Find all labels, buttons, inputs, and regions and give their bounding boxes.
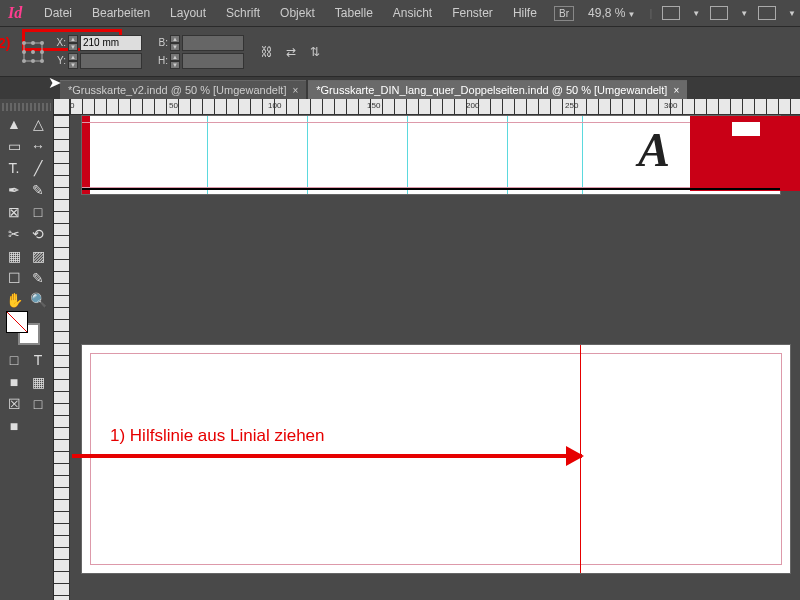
letter-a-graphic: A <box>638 122 670 177</box>
tab-label: *Grusskarte_DIN_lang_quer_Doppelseiten.i… <box>316 84 667 96</box>
apply-gradient-icon[interactable]: ▦ <box>26 371 50 393</box>
selection-tool[interactable]: ▲ <box>2 113 26 135</box>
close-icon[interactable]: × <box>292 85 298 96</box>
y-position-input[interactable] <box>80 53 142 69</box>
cursor-icon: ➤ <box>48 73 61 92</box>
svg-point-6 <box>40 50 44 54</box>
menu-view[interactable]: Ansicht <box>383 6 442 20</box>
guide-vertical[interactable] <box>307 116 308 194</box>
note-tool[interactable]: ☐ <box>2 267 26 289</box>
chevron-down-icon: ▼ <box>627 10 635 19</box>
x-label: X: <box>52 37 66 48</box>
h-label: H: <box>154 55 168 66</box>
eyedropper-tool[interactable]: ✎ <box>26 267 50 289</box>
margin-guide <box>82 122 780 123</box>
ruler-vertical[interactable] <box>54 115 70 600</box>
rectangle-tool[interactable]: □ <box>26 201 50 223</box>
red-strip <box>82 116 90 194</box>
menu-edit[interactable]: Bearbeiten <box>82 6 160 20</box>
pencil-tool[interactable]: ✎ <box>26 179 50 201</box>
height-input[interactable] <box>182 53 244 69</box>
menu-window[interactable]: Fenster <box>442 6 503 20</box>
svg-point-8 <box>31 59 35 63</box>
svg-point-3 <box>40 41 44 45</box>
transform-tool[interactable]: ⟲ <box>26 223 50 245</box>
document-tab-1[interactable]: *Grusskarte_v2.indd @ 50 % [Umgewandelt]… <box>60 80 306 99</box>
menu-layout[interactable]: Layout <box>160 6 216 20</box>
h-stepper[interactable]: ▲▼ <box>170 53 180 69</box>
fill-stroke-control[interactable] <box>2 311 50 349</box>
bridge-button[interactable]: Br <box>554 6 574 21</box>
menu-type[interactable]: Schrift <box>216 6 270 20</box>
rectangle-frame-tool[interactable]: ⊠ <box>2 201 26 223</box>
menu-table[interactable]: Tabelle <box>325 6 383 20</box>
control-panel: 2) X: ▲▼ Y: ▲▼ B: ▲▼ H: ▲▼ ⛓ ⇄ ⇅ ➤ <box>0 27 800 77</box>
document-tab-bar: *Grusskarte_v2.indd @ 50 % [Umgewandelt]… <box>0 77 800 99</box>
menu-object[interactable]: Objekt <box>270 6 325 20</box>
baseline <box>82 188 780 190</box>
flip-h-icon[interactable]: ⇄ <box>282 43 300 61</box>
guide-vertical[interactable] <box>207 116 208 194</box>
chevron-down-icon: ▼ <box>788 9 796 18</box>
gradient-feather-tool[interactable]: ▨ <box>26 245 50 267</box>
y-label: Y: <box>52 55 66 66</box>
screen-mode-icon[interactable] <box>662 6 680 20</box>
view-normal-icon[interactable]: □ <box>26 393 50 415</box>
apply-text-icon[interactable]: T <box>26 349 50 371</box>
menu-help[interactable]: Hilfe <box>503 6 547 20</box>
divider: | <box>649 7 652 19</box>
type-tool[interactable]: T. <box>2 157 26 179</box>
flip-v-icon[interactable]: ⇅ <box>306 43 324 61</box>
gap-tool[interactable]: ↔ <box>26 135 50 157</box>
margin-frame <box>90 353 782 565</box>
reference-point-icon[interactable] <box>22 41 44 63</box>
apply-none-icon[interactable]: ☒ <box>2 393 26 415</box>
x-stepper[interactable]: ▲▼ <box>68 35 78 51</box>
svg-point-2 <box>31 41 35 45</box>
arrange-docs-icon[interactable] <box>710 6 728 20</box>
w-label: B: <box>154 37 168 48</box>
width-input[interactable] <box>182 35 244 51</box>
annotation-label-2: 2) <box>0 35 10 51</box>
guide-vertical[interactable] <box>582 116 583 194</box>
direct-selection-tool[interactable]: △ <box>26 113 50 135</box>
line-tool[interactable]: ╱ <box>26 157 50 179</box>
svg-point-4 <box>22 50 26 54</box>
apply-fill-icon[interactable]: □ <box>2 349 26 371</box>
x-position-input[interactable] <box>80 35 142 51</box>
w-stepper[interactable]: ▲▼ <box>170 35 180 51</box>
document-page-bottom[interactable] <box>81 344 791 574</box>
document-tab-2[interactable]: *Grusskarte_DIN_lang_quer_Doppelseiten.i… <box>308 80 687 99</box>
zoom-tool[interactable]: 🔍 <box>26 289 50 311</box>
close-icon[interactable]: × <box>673 85 679 96</box>
chevron-down-icon: ▼ <box>740 9 748 18</box>
tab-label: *Grusskarte_v2.indd @ 50 % [Umgewandelt] <box>68 84 286 96</box>
workspace-icon[interactable] <box>758 6 776 20</box>
ruler-origin[interactable] <box>54 99 70 115</box>
svg-point-5 <box>31 50 35 54</box>
canvas-area[interactable]: 050100150200250300 A 1) Hilfslinie aus L… <box>54 99 800 600</box>
zoom-level[interactable]: 49,8 %▼ <box>584 6 639 20</box>
page-tool[interactable]: ▭ <box>2 135 26 157</box>
svg-point-7 <box>22 59 26 63</box>
ruler-horizontal[interactable]: 050100150200250300 <box>70 99 800 115</box>
document-page-top[interactable]: A <box>81 115 781 195</box>
tool-panel: ▲ △ ▭ ↔ T. ╱ ✒ ✎ ⊠ □ ✂ ⟲ ▦ ▨ ☐ ✎ ✋ 🔍 □ T… <box>0 99 54 600</box>
menu-file[interactable]: Datei <box>34 6 82 20</box>
constrain-icon[interactable]: ⛓ <box>258 43 276 61</box>
menu-bar: Id Datei Bearbeiten Layout Schrift Objek… <box>0 0 800 27</box>
scissors-tool[interactable]: ✂ <box>2 223 26 245</box>
annotation-text: 1) Hilfslinie aus Linial ziehen <box>110 426 325 446</box>
pen-tool[interactable]: ✒ <box>2 179 26 201</box>
app-logo: Id <box>4 4 34 22</box>
svg-point-9 <box>40 59 44 63</box>
gradient-tool[interactable]: ▦ <box>2 245 26 267</box>
y-stepper[interactable]: ▲▼ <box>68 53 78 69</box>
view-preview-icon[interactable]: ■ <box>2 415 26 437</box>
panel-grip[interactable] <box>2 103 51 111</box>
svg-point-1 <box>22 41 26 45</box>
guide-vertical[interactable] <box>507 116 508 194</box>
hand-tool[interactable]: ✋ <box>2 289 26 311</box>
guide-vertical[interactable] <box>407 116 408 194</box>
apply-color-icon[interactable]: ■ <box>2 371 26 393</box>
